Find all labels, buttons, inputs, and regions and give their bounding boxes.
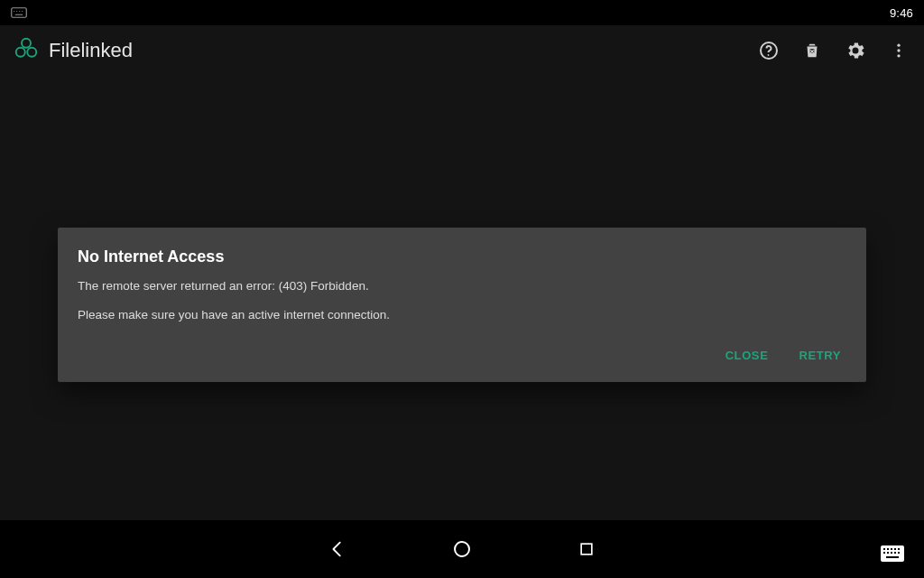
svg-rect-19	[887, 548, 889, 550]
svg-rect-27	[898, 552, 900, 554]
help-icon[interactable]	[756, 38, 781, 63]
svg-rect-16	[581, 544, 592, 555]
dialog-message-1: The remote server returned an error: (40…	[78, 277, 846, 295]
app-title: Filelinked	[49, 39, 133, 62]
svg-point-12	[897, 44, 900, 47]
error-dialog: No Internet Access The remote server ret…	[58, 228, 866, 382]
screen: 9:46 Filelinked	[0, 0, 924, 578]
dialog-message-2: Please make sure you have an active inte…	[78, 306, 846, 324]
retry-button[interactable]: RETRY	[793, 341, 846, 369]
app-window: Filelinked	[0, 25, 924, 520]
svg-rect-22	[898, 548, 900, 550]
svg-rect-0	[12, 8, 27, 18]
recents-icon[interactable]	[574, 536, 599, 562]
dialog-actions: CLOSE RETRY	[78, 341, 846, 369]
svg-point-13	[897, 49, 900, 51]
close-button[interactable]: CLOSE	[720, 341, 774, 369]
dialog-title: No Internet Access	[78, 247, 846, 266]
svg-point-15	[455, 542, 469, 556]
svg-point-10	[768, 54, 770, 56]
svg-point-14	[897, 54, 900, 57]
overflow-icon[interactable]	[886, 38, 911, 63]
home-icon[interactable]	[449, 536, 475, 562]
keyboard-icon[interactable]	[881, 545, 904, 562]
system-nav-bar	[0, 520, 924, 578]
status-clock: 9:46	[890, 6, 913, 20]
app-bar: Filelinked	[0, 25, 924, 76]
app-logo-icon	[13, 35, 40, 66]
status-bar: 9:46	[0, 0, 924, 25]
svg-point-6	[22, 39, 31, 48]
gear-icon[interactable]	[843, 38, 868, 63]
nav-center	[325, 536, 599, 562]
svg-rect-18	[883, 548, 885, 550]
brand: Filelinked	[13, 35, 133, 66]
delete-icon[interactable]	[799, 38, 825, 63]
app-bar-actions	[756, 38, 911, 63]
svg-rect-23	[883, 552, 885, 554]
svg-rect-28	[886, 556, 899, 558]
svg-rect-26	[894, 552, 896, 554]
svg-rect-24	[887, 552, 889, 554]
back-icon[interactable]	[325, 536, 350, 562]
svg-rect-21	[894, 548, 896, 550]
svg-rect-20	[891, 548, 892, 550]
svg-point-7	[16, 48, 25, 57]
status-keyboard-indicator	[11, 7, 27, 18]
svg-point-8	[27, 48, 36, 57]
svg-rect-25	[891, 552, 892, 554]
